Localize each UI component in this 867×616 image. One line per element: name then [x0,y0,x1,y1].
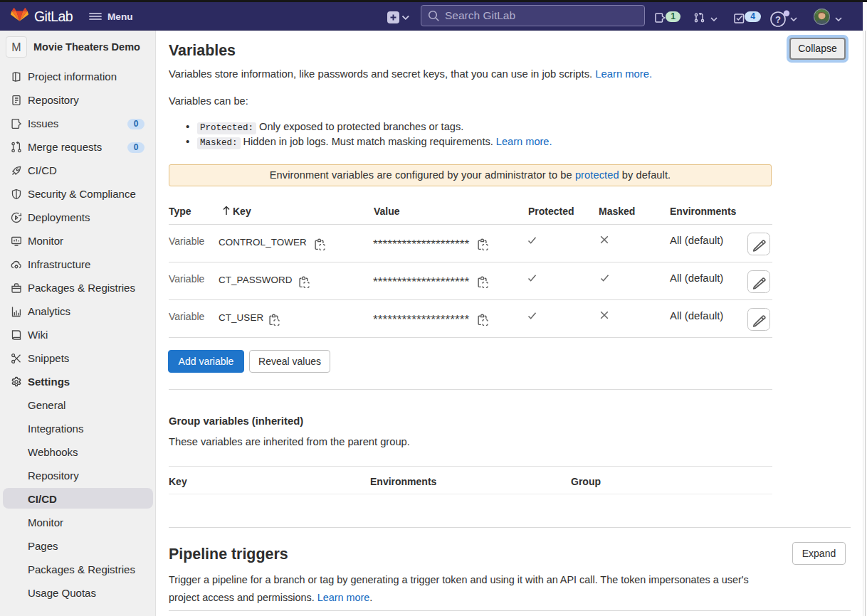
svg-text:?: ? [775,14,781,25]
